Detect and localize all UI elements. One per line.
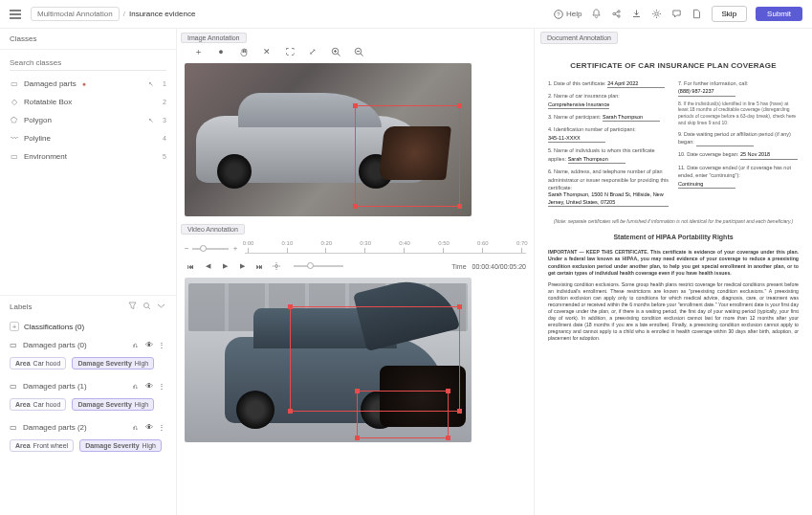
add-tool-icon[interactable]: ＋ xyxy=(192,46,204,57)
step-fwd-icon[interactable]: ▶ xyxy=(236,260,248,272)
eye-icon[interactable]: 👁 xyxy=(145,382,154,391)
download-icon[interactable] xyxy=(631,9,643,20)
polygon-icon: ⬠ xyxy=(10,116,18,124)
bbox-icon: ▭ xyxy=(10,341,18,349)
doc-note: (Note: separate certificates will be fur… xyxy=(548,218,799,225)
class-polygon[interactable]: ⬠ Polygon ↖3 xyxy=(0,111,176,129)
fullscreen-tool-icon[interactable]: ⤢ xyxy=(307,46,318,57)
bell-icon[interactable] xyxy=(591,9,603,20)
step-back-icon[interactable]: ◀ xyxy=(202,260,213,272)
hand-tool-icon[interactable] xyxy=(238,46,250,57)
breadcrumb-current: Insurance evidence xyxy=(129,10,195,18)
timeline-zoom[interactable]: − ＋ xyxy=(185,243,239,254)
rot-box-icon: ◇ xyxy=(10,98,18,106)
label-group-row[interactable]: ▭Damaged parts (0)⎌👁⋮ xyxy=(0,336,176,354)
label-group-row[interactable]: ▭Damaged parts (1)⎌👁⋮ xyxy=(0,377,176,395)
labels-header: Labels xyxy=(0,296,176,317)
f1-value: 24 April 2022 xyxy=(607,80,665,88)
breadcrumb-parent[interactable]: Multimodal Annotation xyxy=(31,7,120,21)
hamburger-icon[interactable] xyxy=(10,10,21,19)
f8-label: 8. If the individual(s) identified in li… xyxy=(678,101,799,126)
eye-icon[interactable]: 👁 xyxy=(145,341,154,349)
gear-icon[interactable] xyxy=(651,9,663,20)
dot-icon: ● xyxy=(82,80,86,87)
chip-value: Car hood xyxy=(33,360,61,367)
expand-icon[interactable] xyxy=(157,302,166,311)
f2-label: 2. Name of car insurance plan: xyxy=(548,93,620,99)
chip-value: High xyxy=(135,401,148,408)
class-rotatable-box[interactable]: ◇ Rotatable Box 2 xyxy=(0,93,176,111)
comment-icon[interactable] xyxy=(671,9,683,20)
sidebar: Classes ▭ Damaged parts ● ↖1 ◇ Rotatable… xyxy=(0,29,177,515)
fit-tool-icon[interactable]: ⛶ xyxy=(284,46,296,57)
f1-label: 1. Date of this certificate: xyxy=(548,80,606,86)
play-icon[interactable]: ▶ xyxy=(219,260,230,272)
f6-label: 6. Name, address, and telephone number o… xyxy=(548,168,669,190)
search-classes-input[interactable] xyxy=(10,56,166,71)
group-name: Damaged parts (1) xyxy=(23,382,87,391)
bbox-2[interactable] xyxy=(357,391,449,438)
skip-button[interactable]: Skip xyxy=(712,6,748,22)
plus-icon[interactable]: + xyxy=(10,322,19,331)
attribute-chip[interactable]: Damage SeverityHigh xyxy=(79,439,162,452)
classifications-row[interactable]: + Classifications (0) xyxy=(0,317,176,336)
chip-key: Damage Severity xyxy=(77,401,131,408)
page-icon[interactable] xyxy=(691,9,703,20)
chip-key: Area xyxy=(15,442,31,449)
attribute-chip[interactable]: AreaCar hood xyxy=(10,357,66,369)
eye-icon[interactable]: 👁 xyxy=(145,423,154,432)
attribute-chip[interactable]: AreaCar hood xyxy=(10,398,66,411)
attribute-chip[interactable]: AreaFront wheel xyxy=(10,439,74,452)
hotkey: 5 xyxy=(163,153,166,160)
submit-button[interactable]: Submit xyxy=(756,7,802,21)
video-canvas[interactable] xyxy=(185,278,472,442)
more-icon[interactable]: ⋮ xyxy=(158,382,166,391)
timeline-ruler[interactable]: 0:000:100:200:300:400:500:600:70 xyxy=(245,244,526,254)
document-panel: Document Annotation CERTIFICATE OF CAR I… xyxy=(535,29,812,515)
attribute-chip[interactable]: Damage SeverityHigh xyxy=(72,398,154,411)
share-icon[interactable] xyxy=(611,9,623,20)
more-icon[interactable]: ⋮ xyxy=(158,423,166,432)
player-gear-icon[interactable] xyxy=(271,260,282,272)
breadcrumb-sep: / xyxy=(123,10,125,18)
search-icon[interactable] xyxy=(143,302,152,311)
classifications-label: Classifications (0) xyxy=(24,323,84,331)
lock-icon[interactable]: ⎌ xyxy=(133,382,142,391)
group-name: Damaged parts (2) xyxy=(23,423,87,432)
lock-icon[interactable]: ⎌ xyxy=(133,423,142,432)
time-label: Time xyxy=(451,263,466,270)
f4-value: 345-11-XXXX xyxy=(548,135,605,143)
labels-title: Labels xyxy=(10,302,33,311)
class-polyline[interactable]: 〰 Polyline 4 xyxy=(0,129,176,147)
class-environment[interactable]: ▭ Environment 5 xyxy=(0,147,176,166)
topbar: Multimodal Annotation / Insurance eviden… xyxy=(0,0,812,29)
attribute-chip[interactable]: Damage SeverityHigh xyxy=(72,357,154,369)
speed-slider[interactable] xyxy=(294,265,343,267)
doc-subtitle: Statement of HIPAA Portability Rights xyxy=(548,233,799,241)
filter-icon[interactable] xyxy=(128,302,138,311)
document-page[interactable]: CERTIFICATE OF CAR INSURANCE PLAN COVERA… xyxy=(544,50,802,352)
more-icon[interactable]: ⋮ xyxy=(158,341,166,349)
point-tool-icon[interactable]: ● xyxy=(215,46,227,57)
bbox-icon: ▭ xyxy=(10,423,18,432)
class-label: Damaged parts xyxy=(24,79,77,88)
group-name: Damaged parts (0) xyxy=(23,341,87,349)
prev-frame-icon[interactable]: ⏮ xyxy=(185,260,196,272)
class-label: Polyline xyxy=(24,134,51,143)
lock-icon[interactable]: ⎌ xyxy=(133,341,142,349)
close-tool-icon[interactable]: ✕ xyxy=(261,46,273,57)
label-group-row[interactable]: ▭Damaged parts (2)⎌👁⋮ xyxy=(0,418,176,437)
help-link[interactable]: ? Help xyxy=(554,10,582,19)
class-label: Polygon xyxy=(24,116,52,124)
f11-label: 11. Date coverage ended (or if coverage … xyxy=(678,165,791,178)
polyline-icon: 〰 xyxy=(10,134,18,143)
video-annotation-tag: Video Annotation xyxy=(181,224,245,235)
class-damaged-parts[interactable]: ▭ Damaged parts ● ↖1 xyxy=(0,75,176,93)
image-canvas[interactable] xyxy=(185,63,472,216)
document-annotation-tag: Document Annotation xyxy=(540,32,618,44)
zoom-in-icon[interactable] xyxy=(330,46,341,57)
bbox-0[interactable] xyxy=(355,105,460,207)
zoom-out-icon[interactable] xyxy=(353,46,364,57)
f6-value: Sarah Thompson, 1500 N Broad St, Hillsid… xyxy=(548,191,669,207)
next-frame-icon[interactable]: ⏭ xyxy=(253,260,265,272)
